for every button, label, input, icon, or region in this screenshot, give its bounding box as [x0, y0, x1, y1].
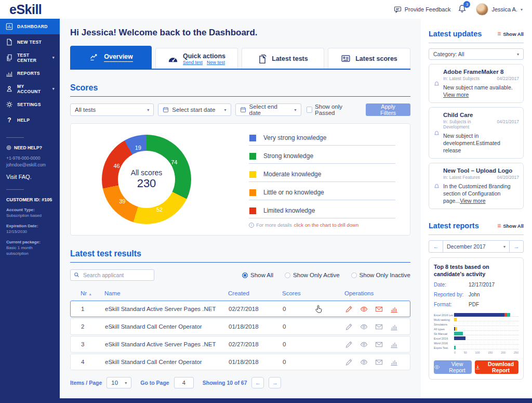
col-created[interactable]: Created	[228, 290, 282, 296]
user-name: Jessica A.	[491, 6, 517, 12]
stats-icon[interactable]	[390, 341, 398, 348]
view-more-link[interactable]: View more	[443, 92, 469, 98]
eye-icon[interactable]	[360, 305, 368, 313]
radio-label: Show Only Active	[293, 272, 339, 278]
tests-filter-select[interactable]: All tests ▾	[70, 103, 154, 116]
account-icon	[6, 85, 13, 93]
radio-show-only-active[interactable]: Show Only Active	[285, 272, 339, 278]
tab-latest-tests[interactable]: Latest tests	[242, 48, 324, 69]
eye-icon[interactable]	[360, 358, 368, 366]
table-row[interactable]: 1 eSkill Standard Active Server Pages .N…	[70, 301, 410, 317]
eye-icon[interactable]	[360, 341, 368, 348]
row-created: 02/27/2018	[229, 341, 283, 347]
legend-swatch	[249, 189, 256, 196]
radio-show-all[interactable]: Show All	[242, 272, 273, 278]
radio-dot	[351, 272, 357, 278]
sidebar-item-label: MY ACCOUNT	[17, 84, 48, 94]
sidebar-item-dashboard[interactable]: DASHBOARD	[0, 19, 60, 34]
chevron-down-icon: ▾	[290, 108, 297, 112]
eye-icon[interactable]	[360, 323, 368, 331]
table-row[interactable]: 2 eSkill Standard Call Center Operator 0…	[70, 318, 410, 335]
send-test-link[interactable]: Send test	[183, 60, 203, 65]
view-report-button[interactable]: View Report	[434, 360, 472, 374]
visit-faq-link[interactable]: Visit FAQ.	[6, 174, 55, 180]
category-select[interactable]: Category: All ▾	[429, 48, 524, 60]
customer-block: CUSTOMER ID: #105 Account Type: Subscrip…	[0, 197, 60, 256]
row-created: 02/27/2018	[229, 306, 283, 312]
cursor-hand-icon	[315, 305, 323, 314]
sidebar-item-settings[interactable]: SETTINGS	[0, 97, 60, 112]
edit-icon[interactable]	[345, 358, 353, 366]
passed-checkbox[interactable]	[307, 107, 313, 113]
user-menu[interactable]: Jessica A. ▾	[476, 3, 523, 16]
page: eSkill Provide Feedback 3	[0, 0, 532, 403]
edit-icon[interactable]	[345, 323, 353, 331]
start-date-select[interactable]: Select start date ▾	[158, 103, 231, 116]
sidebar-item-new-test[interactable]: NEW TEST	[0, 34, 60, 50]
update-card[interactable]: Adobe FrameMaker 8 In: Latest Subjects 0…	[429, 64, 524, 103]
apply-filters-button[interactable]: Apply Filters	[366, 103, 410, 116]
update-card[interactable]: Child Care In: Subjects in Development 0…	[429, 107, 524, 159]
radio-show-only-inactive[interactable]: Show Only Inactive	[351, 272, 410, 278]
chevron-down-icon: ▾	[52, 87, 60, 91]
reports-show-all-button[interactable]: ≡ Show All	[497, 223, 524, 229]
items-per-page-select[interactable]: 10 ▾	[107, 377, 131, 388]
search-input[interactable]	[70, 269, 154, 281]
month-select[interactable]: December 2017 ▾	[443, 241, 509, 252]
email-icon[interactable]	[375, 323, 383, 331]
tab-label: Latest tests	[272, 55, 308, 62]
update-card[interactable]: New Tool – Upload Logo In: Latest Featur…	[429, 163, 524, 209]
next-page-button[interactable]: →	[269, 377, 281, 388]
tab-quick-actions[interactable]: Quick actions Send test New test	[155, 48, 238, 69]
email-icon[interactable]	[375, 305, 383, 313]
col-name[interactable]: Name	[104, 290, 228, 296]
legend-swatch	[249, 135, 256, 141]
provide-feedback-button[interactable]: Provide Feedback	[394, 6, 451, 14]
search-box	[70, 269, 154, 281]
goto-page-input[interactable]	[174, 377, 194, 388]
need-help-title: NEED HELP?	[14, 145, 42, 150]
col-nr[interactable]: Nr ▲	[81, 290, 104, 296]
stats-icon[interactable]	[390, 305, 398, 313]
drill-down-link[interactable]: click on the chart to drill down	[294, 222, 359, 228]
donut-value-label: 19	[135, 145, 141, 151]
table-row[interactable]: 4 eSkill Standard Call Center Operator 0…	[70, 354, 410, 370]
tab-latest-scores[interactable]: Latest scores	[328, 48, 410, 69]
pagination: Items / Page 10 ▾ Go to Page Showing 10 …	[70, 377, 410, 388]
end-date-select[interactable]: Select end date ▾	[235, 103, 301, 116]
email-icon[interactable]	[375, 341, 383, 348]
col-scores[interactable]: Scores	[282, 290, 314, 296]
sidebar-item-help[interactable]: ? HELP	[0, 112, 60, 128]
stats-icon[interactable]	[390, 323, 398, 331]
view-more-link[interactable]: View more	[460, 198, 485, 204]
prev-page-button[interactable]: ←	[251, 377, 264, 388]
support-email[interactable]: johndoe@eskill.com	[6, 162, 55, 168]
show-only-passed[interactable]: Show only Passed	[307, 103, 362, 116]
table-row[interactable]: 3 eSkill Standard Active Server Pages .N…	[70, 336, 410, 353]
row-created: 01/18/2018	[229, 323, 283, 330]
updates-show-all-button[interactable]: ≡ Show All	[497, 31, 524, 37]
results-toolbar: Show All Show Only Active Show Only Inac…	[70, 269, 410, 281]
download-report-button[interactable]: Download Report	[475, 360, 518, 374]
sidebar-item-my-account[interactable]: MY ACCOUNT ▾	[0, 81, 60, 97]
tab-overview[interactable]: Overview	[70, 46, 152, 69]
next-month-button[interactable]: →	[509, 241, 523, 252]
stats-icon[interactable]	[390, 358, 398, 366]
email-icon[interactable]	[375, 358, 383, 366]
prev-month-button[interactable]: ←	[429, 241, 443, 252]
tests-filter-value: All tests	[75, 107, 96, 113]
list-icon: ≡	[497, 223, 501, 228]
edit-icon[interactable]	[345, 305, 353, 313]
end-date-value: Select end date	[249, 103, 290, 116]
new-test-link[interactable]: New test	[207, 60, 225, 65]
bell-icon	[433, 112, 440, 154]
sidebar-item-reports[interactable]: REPORTS	[0, 66, 60, 81]
legend-swatch	[249, 153, 256, 160]
edit-icon[interactable]	[345, 341, 353, 348]
scores-donut-chart[interactable]: All scores 230 7452394619	[102, 135, 191, 224]
account-type-label: Account Type:	[6, 207, 35, 212]
report-title: Top 8 tests based on candidate's activit…	[434, 263, 518, 278]
notifications-button[interactable]: 3	[458, 4, 467, 15]
mini-chart-row: Excel 2016 Lev	[434, 313, 518, 317]
sidebar-item-test-center[interactable]: TEST CENTER ▾	[0, 50, 60, 66]
